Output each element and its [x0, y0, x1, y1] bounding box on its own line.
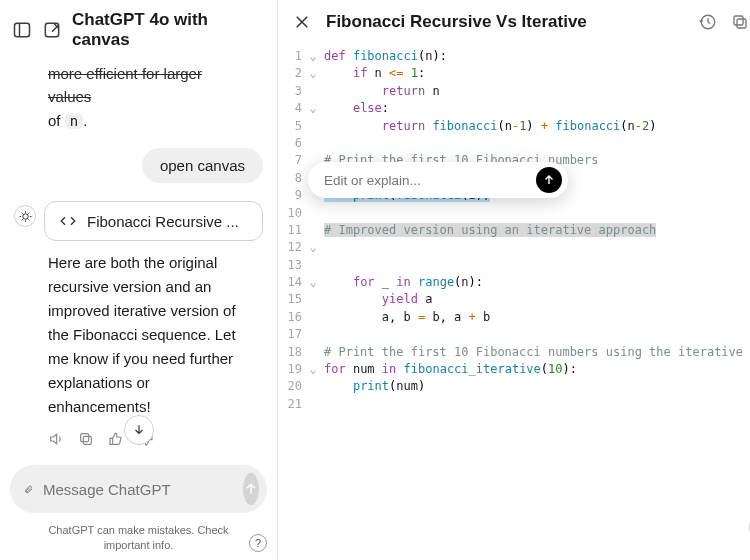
code-editor[interactable]: 1⌄def fibonacci(n):2⌄ if n <= 1:3 return…: [278, 42, 750, 560]
truncated-message: more efficient for larger values of n.: [48, 62, 233, 132]
inline-edit-input[interactable]: [324, 173, 528, 188]
code-line[interactable]: 20 print(num): [278, 378, 750, 395]
sidebar-toggle-icon[interactable]: [12, 20, 32, 40]
attach-icon[interactable]: [24, 479, 33, 499]
svg-rect-6: [737, 19, 746, 28]
code-line[interactable]: 12⌄: [278, 239, 750, 256]
assistant-avatar-icon: [14, 205, 36, 227]
disclaimer-text: ChatGPT can make mistakes. Check importa…: [48, 523, 228, 552]
code-line[interactable]: 10: [278, 205, 750, 222]
chat-panel: ChatGPT 4o with canvas more efficient fo…: [0, 0, 278, 560]
assistant-message: Here are both the original recursive ver…: [48, 251, 255, 419]
canvas-header: Fibonacci Recursive Vs Iterative: [278, 0, 750, 42]
code-line[interactable]: 19⌄for num in fibonacci_iterative(10):: [278, 361, 750, 378]
message-actions: [48, 431, 263, 447]
open-canvas-pill[interactable]: open canvas: [142, 148, 263, 183]
canvas-chip-label: Fibonacci Recursive ...: [87, 213, 239, 230]
user-message-open-canvas: open canvas: [14, 148, 263, 183]
code-line[interactable]: 13: [278, 257, 750, 274]
chat-input-bar: [10, 465, 267, 513]
code-icon: [59, 212, 77, 230]
svg-rect-7: [734, 16, 743, 25]
new-chat-icon[interactable]: [42, 20, 62, 40]
code-line[interactable]: 11# Improved version using an iterative …: [278, 222, 750, 239]
svg-rect-0: [15, 23, 30, 36]
svg-rect-4: [83, 437, 91, 445]
chat-scroll: more efficient for larger values of n. o…: [0, 58, 277, 455]
code-line[interactable]: 17: [278, 326, 750, 343]
code-line[interactable]: 3 return n: [278, 83, 750, 100]
history-icon[interactable]: [699, 13, 717, 31]
model-title[interactable]: ChatGPT 4o with canvas: [72, 10, 265, 50]
assistant-row: Fibonacci Recursive ...: [14, 201, 263, 241]
svg-point-3: [22, 213, 27, 218]
code-line[interactable]: 15 yield a: [278, 291, 750, 308]
code-line[interactable]: 5 return fibonacci(n-1) + fibonacci(n-2): [278, 118, 750, 135]
canvas-document-chip[interactable]: Fibonacci Recursive ...: [44, 201, 263, 241]
help-icon[interactable]: ?: [249, 534, 267, 552]
close-icon[interactable]: [292, 12, 312, 32]
scroll-to-bottom-button[interactable]: [124, 415, 154, 445]
inline-edit-popover: [308, 162, 568, 198]
code-line[interactable]: 16 a, b = b, a + b: [278, 309, 750, 326]
copy-code-icon[interactable]: [731, 13, 749, 31]
canvas-panel: Fibonacci Recursive Vs Iterative 1⌄def f…: [278, 0, 750, 560]
code-line[interactable]: 18# Print the first 10 Fibonacci numbers…: [278, 344, 750, 361]
document-title: Fibonacci Recursive Vs Iterative: [326, 12, 587, 32]
send-button[interactable]: [243, 473, 259, 505]
app-root: ChatGPT 4o with canvas more efficient fo…: [0, 0, 750, 560]
svg-rect-5: [81, 434, 89, 442]
canvas-header-actions: [699, 10, 750, 34]
copy-icon[interactable]: [78, 431, 94, 447]
chat-input[interactable]: [43, 481, 233, 498]
chat-header: ChatGPT 4o with canvas: [0, 0, 277, 58]
code-line[interactable]: 1⌄def fibonacci(n):: [278, 48, 750, 65]
thumbs-up-icon[interactable]: [108, 431, 124, 447]
inline-edit-send-button[interactable]: [536, 167, 562, 193]
disclaimer-row: ChatGPT can make mistakes. Check importa…: [0, 523, 277, 560]
code-line[interactable]: 21: [278, 396, 750, 413]
read-aloud-icon[interactable]: [48, 431, 64, 447]
code-line[interactable]: 6: [278, 135, 750, 152]
code-line[interactable]: 4⌄ else:: [278, 100, 750, 117]
code-line[interactable]: 14⌄ for _ in range(n):: [278, 274, 750, 291]
code-line[interactable]: 2⌄ if n <= 1:: [278, 65, 750, 82]
